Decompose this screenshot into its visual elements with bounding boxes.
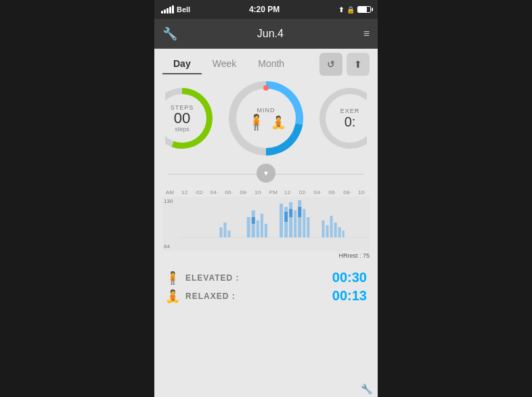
svg-rect-15 — [307, 217, 309, 237]
status-bar: Bell 4:20 PM ⬆ 🔒 — [154, 0, 378, 19]
svg-rect-6 — [257, 220, 259, 237]
stats-row: 🧍 ELEVATED : 00:30 🧘 RELAXED : 00:13 — [154, 264, 378, 309]
chart-section: AM 12 ·02· 04· 06· 08· 10· PM 12· 02· 04… — [154, 187, 378, 264]
status-right: ⬆ 🔒 — [338, 6, 371, 14]
relaxed-value: 00:13 — [332, 288, 367, 304]
tab-week[interactable]: Week — [202, 54, 248, 74]
mind-icons: 🧍 🧘 — [247, 115, 286, 130]
mind-inner: MIND 🧍 🧘 — [236, 89, 296, 148]
elevated-value: 00:30 — [332, 270, 367, 285]
refresh-icon: ↺ — [327, 59, 335, 70]
svg-rect-13 — [298, 200, 301, 237]
svg-rect-4 — [247, 217, 250, 237]
svg-rect-16 — [322, 220, 325, 237]
svg-rect-24 — [289, 209, 292, 217]
time-04pm: 04· — [311, 189, 326, 195]
steps-unit: steps — [175, 126, 190, 133]
svg-rect-9 — [280, 204, 283, 237]
svg-rect-1 — [219, 227, 222, 237]
relaxed-stat: 🧘 RELAXED : 00:13 — [165, 288, 367, 304]
refresh-button[interactable]: ↺ — [319, 53, 342, 76]
y-top-label: 130 — [164, 198, 173, 204]
steps-inner: STEPS 00 steps — [165, 94, 206, 143]
tab-day[interactable]: Day — [162, 54, 202, 74]
exercise-circle: EXER 0: — [319, 88, 367, 149]
mind-dot — [263, 85, 269, 91]
exercise-value: 0: — [345, 114, 356, 130]
settings-icon[interactable]: 🔧 — [162, 26, 177, 41]
time-06pm: 06· — [325, 189, 340, 195]
expand-row: ▾ — [154, 161, 378, 187]
location-icon: ⬆ — [338, 6, 344, 14]
svg-rect-22 — [252, 217, 255, 224]
svg-rect-23 — [284, 212, 288, 222]
elevated-icon: 🧍 — [165, 271, 180, 285]
share-icon: ⬆ — [354, 59, 362, 70]
svg-rect-14 — [303, 209, 305, 237]
exercise-inner: EXER 0: — [326, 94, 367, 143]
svg-rect-21 — [342, 231, 345, 237]
steps-circle: STEPS 00 steps — [165, 88, 213, 149]
time-06am: 06· — [221, 189, 236, 195]
time-08pm: 08· — [340, 189, 355, 195]
mind-circle-container: MIND 🧍 🧘 — [229, 81, 303, 156]
time-10am: 10· — [251, 189, 266, 195]
status-time: 4:20 PM — [249, 5, 280, 14]
tabs: Day Week Month — [162, 54, 295, 74]
battery-icon — [357, 6, 371, 13]
signal-bars — [161, 5, 174, 14]
corner-wrench-icon: 🔧 — [361, 383, 372, 394]
relaxed-icon: 🧘 — [165, 289, 180, 304]
svg-rect-2 — [223, 223, 226, 237]
svg-rect-11 — [289, 202, 292, 237]
chart-area: 130 64 — [162, 197, 370, 251]
time-02pm: 02· — [296, 189, 311, 195]
status-left: Bell — [161, 5, 190, 14]
expand-button[interactable]: ▾ — [257, 164, 275, 183]
am-label: AM — [162, 189, 177, 195]
mind-circle: MIND 🧍 🧘 — [229, 81, 303, 156]
chart-y-labels: 130 64 — [162, 197, 174, 251]
chevron-down-icon: ▾ — [264, 168, 268, 178]
circles-section: STEPS 00 steps MIND 🧍 — [154, 76, 378, 161]
tabs-row: Day Week Month ↺ ⬆ — [154, 49, 378, 76]
exercise-label: EXER — [340, 108, 360, 114]
svg-rect-7 — [261, 214, 263, 237]
steps-value: 00 — [174, 111, 190, 126]
elevated-stat: 🧍 ELEVATED : 00:30 — [165, 270, 367, 285]
chart-time-labels: AM 12 ·02· 04· 06· 08· 10· PM 12· 02· 04… — [162, 189, 370, 195]
lock-icon: 🔒 — [347, 6, 355, 14]
exercise-circle-container: EXER 0: — [319, 88, 367, 149]
svg-rect-25 — [298, 207, 301, 217]
tab-actions: ↺ ⬆ — [319, 53, 370, 76]
svg-rect-18 — [330, 216, 333, 237]
pm-label: PM — [266, 189, 281, 195]
svg-rect-12 — [294, 210, 296, 237]
svg-rect-3 — [228, 231, 231, 237]
svg-rect-19 — [334, 223, 337, 237]
main-content: Day Week Month ↺ ⬆ STEPS — [154, 49, 378, 397]
time-04am: 04· — [207, 189, 222, 195]
chart-svg — [179, 197, 370, 251]
relaxed-figure-icon: 🧘 — [271, 115, 286, 130]
hr-rest-label: HRrest : 75 — [162, 252, 370, 259]
menu-icon[interactable]: ≡ — [363, 28, 370, 40]
mind-label: MIND — [257, 107, 275, 114]
time-02am: ·02· — [192, 189, 207, 195]
app-title: Jun.4 — [257, 28, 284, 40]
time-08am: 08· — [236, 189, 251, 195]
carrier-label: Bell — [177, 5, 190, 14]
elevated-figure-icon: 🧍 — [247, 115, 265, 130]
share-button[interactable]: ⬆ — [347, 53, 370, 76]
svg-rect-8 — [265, 224, 267, 237]
svg-rect-17 — [326, 225, 329, 237]
svg-rect-20 — [338, 227, 341, 237]
relaxed-label: RELAXED : — [185, 291, 327, 301]
time-12pm: 12· — [281, 189, 296, 195]
tab-month[interactable]: Month — [247, 54, 295, 74]
elevated-label: ELEVATED : — [185, 273, 327, 283]
app-bar: 🔧 Jun.4 ≡ — [154, 19, 378, 49]
steps-circle-container: STEPS 00 steps — [165, 88, 213, 149]
time-10pm: 10· — [355, 189, 370, 195]
y-bottom-label: 64 — [164, 243, 173, 250]
